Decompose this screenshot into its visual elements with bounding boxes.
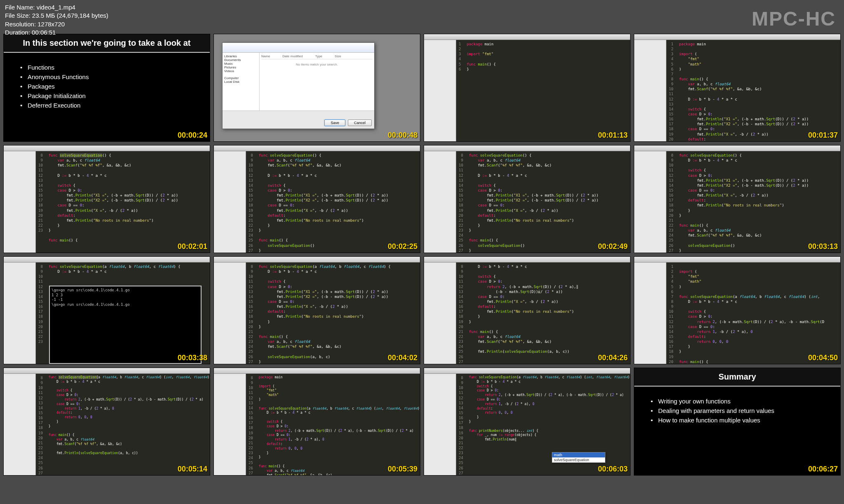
thumb-4[interactable]: 1 2 3 4 5 6 7 8 9 10 11 12 13 14 15 16 1… [634, 34, 841, 142]
thumb-10[interactable]: 8 9 10 11 12 13 14 15 16 17 18 19 20 21 … [213, 256, 420, 364]
window-titlebar [4, 257, 210, 263]
summary-item: How to make function multiple values [647, 415, 828, 425]
term-line: \go>go run src\code.4.1\code.4.1.go [52, 302, 199, 307]
summary-list: Writing your own functions Dealing with … [647, 396, 828, 425]
side-item[interactable]: Videos [224, 69, 258, 73]
window-titlebar [634, 145, 840, 151]
editor-sidebar[interactable] [214, 151, 246, 253]
editor-sidebar[interactable] [214, 263, 246, 364]
thumbnail-grid: In this section we're going to take a lo… [3, 34, 841, 476]
window-titlebar [4, 145, 210, 151]
thumb-1[interactable]: In this section we're going to take a lo… [3, 34, 210, 142]
editor-sidebar[interactable] [4, 374, 36, 475]
thumb-9[interactable]: 8 9 10 11 12 13 14 15 16 17 18 19 20 21 … [3, 256, 210, 364]
code[interactable]: func solveSquareEquation() { var a, b, c… [256, 151, 420, 253]
intro-title: In this section we're going to take a lo… [4, 34, 210, 53]
cancel-button[interactable]: Cancel [348, 120, 372, 126]
autocomplete-dropdown[interactable]: math solveSquareEquation [552, 452, 605, 463]
gutter: 1 2 3 4 5 6 [456, 40, 463, 141]
code[interactable]: D := b * b - 4 * a * c switch { case D >… [466, 263, 630, 364]
file-info: File Name: video4_1.mp4 File Size: 23.5 … [5, 3, 108, 37]
dialog-sidebar: Libraries Documents Music Pictures Video… [223, 53, 260, 110]
gutter: 8 9 10 11 12 13 14 15 16 17 18 19 20 21 … [36, 151, 45, 253]
intro-item: Package Initialization [16, 91, 197, 101]
window-titlebar [214, 368, 420, 374]
editor-sidebar[interactable] [424, 263, 456, 364]
gutter: 1 2 3 4 5 6 7 8 9 10 11 12 13 14 15 16 1… [666, 263, 676, 364]
watermark: MPC-HC [752, 7, 836, 30]
editor-sidebar[interactable] [424, 40, 456, 141]
col[interactable]: Size [335, 54, 341, 58]
side-item[interactable]: Pictures [224, 66, 258, 69]
code[interactable]: func solveSquareEquation(a float64, b fl… [256, 263, 420, 364]
window-titlebar [424, 257, 630, 263]
timestamp: 00:03:13 [808, 242, 838, 251]
editor-sidebar[interactable] [634, 151, 666, 253]
col[interactable]: Name [261, 54, 270, 58]
timestamp: 00:06:27 [808, 465, 838, 474]
file-size: 23.5 МБ (24,679,184 bytes) [32, 12, 108, 19]
timestamp: 00:00:24 [178, 131, 207, 140]
file-name-label: File Name: [5, 4, 35, 11]
code[interactable]: package main import ( "fmt" "math" ) fun… [256, 374, 420, 475]
thumb-13[interactable]: 8 9 10 11 12 13 14 15 16 17 18 19 20 21 … [3, 368, 210, 476]
code[interactable]: func solveSquareEquation() { var a, b, c… [466, 151, 630, 253]
summary-item: Writing your own functions [647, 396, 828, 406]
window-titlebar [4, 368, 210, 374]
timestamp: 00:04:50 [808, 354, 838, 362]
editor-sidebar[interactable] [424, 151, 456, 253]
code[interactable]: package main import ( "fmt" "math" ) fun… [676, 40, 840, 141]
thumb-3[interactable]: 1 2 3 4 5 6 package main import "fmt" fu… [424, 34, 631, 142]
editor-sidebar[interactable] [4, 263, 36, 364]
timestamp: 00:06:03 [598, 465, 628, 474]
side-item[interactable]: Computer [224, 76, 258, 80]
side-item[interactable]: Documents [224, 58, 258, 62]
thumb-6[interactable]: 8 9 10 11 12 13 14 15 16 17 18 19 20 21 … [213, 145, 420, 253]
timestamp: 00:05:39 [388, 465, 417, 474]
editor-sidebar[interactable] [4, 151, 36, 253]
thumb-8[interactable]: 8 9 10 11 12 13 14 15 16 17 18 19 20 21 … [634, 145, 841, 253]
col[interactable]: Type [315, 54, 322, 58]
thumb-15[interactable]: 8 9 10 11 12 13 14 15 16 17 18 19 20 21 … [424, 368, 631, 476]
thumb-5[interactable]: 8 9 10 11 12 13 14 15 16 17 18 19 20 21 … [3, 145, 210, 253]
thumb-14[interactable]: 8 9 10 11 12 13 14 15 16 17 18 19 20 21 … [213, 368, 420, 476]
gutter: 8 9 10 11 12 13 14 15 16 17 18 19 20 21 … [456, 263, 466, 364]
timestamp: 00:04:26 [598, 354, 628, 362]
editor-sidebar[interactable] [634, 263, 666, 364]
col[interactable]: Date modified [282, 54, 302, 58]
code[interactable]: func solveSquareEquation(a float64, b fl… [466, 374, 630, 475]
thumb-7[interactable]: 8 9 10 11 12 13 14 15 16 17 18 19 20 21 … [424, 145, 631, 253]
timestamp: 00:02:01 [178, 242, 207, 251]
intro-item: Deferred Execution [16, 101, 197, 110]
thumb-12[interactable]: 1 2 3 4 5 6 7 8 9 10 11 12 13 14 15 16 1… [634, 256, 841, 364]
code[interactable]: import ( "fmt" "math" ) func solveSquare… [676, 263, 840, 364]
thumb-11[interactable]: 8 9 10 11 12 13 14 15 16 17 18 19 20 21 … [424, 256, 631, 364]
dialog-filelist: Name Date modified Type Size No items ma… [260, 53, 374, 110]
side-item[interactable]: Local Disk [224, 80, 258, 84]
gutter: 8 9 10 11 12 13 14 15 16 17 18 19 20 21 … [246, 151, 256, 253]
code[interactable]: func solveSquareEquation(a float64, b fl… [45, 374, 210, 475]
terminal[interactable]: \go>go run src\code.4.1\code.4.1.go1 2 3… [49, 286, 202, 364]
code[interactable]: func solveSquareEquation() { D := b * b … [676, 151, 840, 253]
window-titlebar [214, 257, 420, 263]
window-titlebar [634, 34, 840, 40]
side-item[interactable]: Libraries [224, 54, 258, 58]
summary-title: Summary [634, 368, 840, 387]
thumb-16[interactable]: Summary Writing your own functions Deali… [634, 368, 841, 476]
editor-sidebar[interactable] [424, 374, 456, 475]
thumb-2[interactable]: Libraries Documents Music Pictures Video… [213, 34, 420, 142]
dropdown-item[interactable]: solveSquareEquation [552, 457, 605, 462]
resolution: 1278x720 [38, 21, 65, 28]
timestamp: 00:01:37 [808, 131, 838, 140]
window-titlebar [214, 145, 420, 151]
code[interactable]: package main import "fmt" func main() { … [463, 40, 630, 141]
intro-list: Functions Anonymous Functions Packages P… [16, 63, 197, 110]
empty-msg: No items match your search. [261, 59, 373, 66]
editor-sidebar[interactable] [634, 40, 666, 141]
dropdown-item[interactable]: math [552, 452, 605, 457]
save-button[interactable]: Save [324, 120, 345, 126]
save-dialog: Libraries Documents Music Pictures Video… [222, 42, 375, 129]
side-item[interactable]: Music [224, 62, 258, 66]
code[interactable]: func solveSquareEquation() { var a, b, c… [45, 151, 210, 253]
editor-sidebar[interactable] [214, 374, 246, 475]
